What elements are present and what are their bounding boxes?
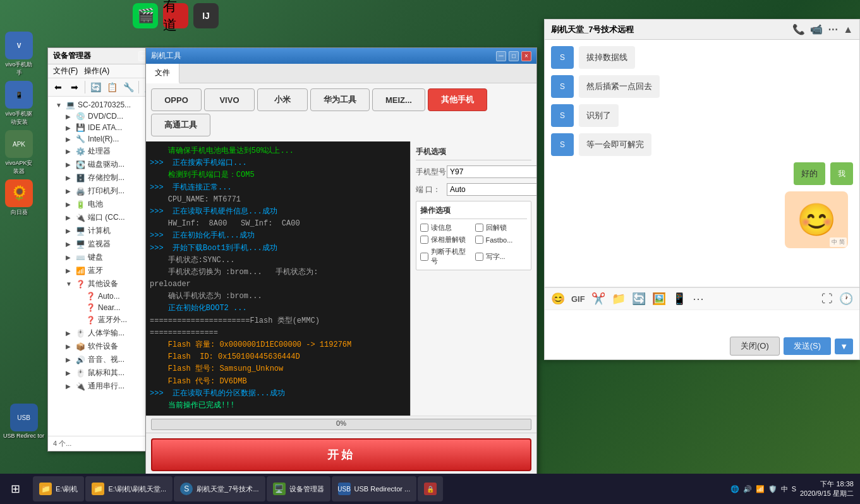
start-button[interactable]: 开始 — [151, 438, 531, 471]
cb-unlock-input[interactable] — [475, 224, 483, 232]
toolbar-btn-fix[interactable]: 🔧 — [121, 80, 136, 95]
taskbar-item-3[interactable]: 🖥️ 设备管理器 — [267, 476, 330, 501]
taskbar-item-2[interactable]: S 刷机天堂_7号技术... — [174, 476, 265, 501]
toolbar-btn-1[interactable]: ⬅ — [51, 80, 66, 95]
scissors-button[interactable]: ✂️ — [591, 292, 605, 306]
toolbar-btn-2[interactable]: ➡ — [67, 80, 82, 95]
toolbar-btn-3[interactable]: 🔄 — [88, 80, 103, 95]
taskbar: ⊞ 📁 E:\刷机 📁 E:\刷机\刷机天堂... S 刷机天堂_7号技术...… — [0, 474, 860, 504]
msg-1-avatar: S — [551, 46, 574, 69]
brand-buttons: OPPO VIVO 小米 华为工具 MEIZ... 其他手机 高通工具 — [146, 83, 536, 141]
taskbar-items: 📁 E:\刷机 📁 E:\刷机\刷机天堂... S 刷机天堂_7号技术... 🖥… — [30, 476, 724, 501]
log-line-4: >>> 手机连接正常... — [150, 182, 406, 194]
taskbar-clock[interactable]: 下午 18:38 2020/9/15 星期二 — [800, 479, 854, 499]
brand-vivo[interactable]: VIVO — [204, 88, 255, 111]
cb-fastboot-input[interactable] — [475, 236, 483, 244]
chat-collapse-icon[interactable]: ▲ — [843, 24, 853, 35]
phone-button[interactable]: 📱 — [672, 292, 686, 306]
vivo-driver-icon[interactable]: 📱 vivo手机驱动安装 — [3, 81, 35, 126]
flash-content: 请确保手机电池电量达到50%以上... >>> 正在搜索手机端口... 检测到手… — [146, 141, 536, 416]
toolbar-btn-refresh[interactable]: 📋 — [104, 80, 119, 95]
chat-video-icon[interactable]: 📹 — [810, 23, 823, 35]
cb-fastboot[interactable]: Fastbo... — [475, 235, 528, 244]
vivo-apk-icon[interactable]: APK vivoAPK安装器 — [3, 130, 35, 176]
menu-file[interactable]: 文件(F) — [53, 66, 78, 76]
cb-unlock[interactable]: 回解锁 — [475, 223, 528, 232]
taskbar-item-0[interactable]: 📁 E:\刷机 — [33, 476, 84, 501]
clock-button[interactable]: 🕐 — [839, 292, 853, 306]
brand-xiaomi[interactable]: 小米 — [257, 88, 308, 111]
brand-huawei[interactable]: 华为工具 — [310, 88, 370, 111]
expand-button[interactable]: ⛶ — [821, 292, 833, 306]
chat-send-button[interactable]: 发送(S) — [784, 337, 831, 355]
chat-title-bar: 刷机天堂_7号技术远程 📞 📹 ⋯ ▲ — [545, 20, 859, 40]
iyoudao-icon[interactable]: 有道 — [163, 3, 188, 28]
chat-window: 刷机天堂_7号技术远程 📞 📹 ⋯ ▲ S 拔掉数据线 S 然后插紧一点回去 S — [544, 19, 860, 360]
port-input[interactable] — [447, 183, 536, 196]
taskbar-item-4[interactable]: USB USB Redirector ... — [332, 476, 417, 501]
emoji-button[interactable]: 😊 — [551, 292, 565, 306]
log-line-3: 检测到手机端口是：COM5 — [150, 169, 406, 181]
brand-qualcomm[interactable]: 高通工具 — [151, 114, 210, 136]
chat-close-button[interactable]: 关闭(O) — [730, 337, 780, 356]
cb-write[interactable]: 写字... — [475, 247, 528, 266]
tab-file[interactable]: 文件 — [146, 64, 179, 83]
right-panel: 手机选项 手机型号： 端 口： 操作选项 读信息 — [410, 141, 536, 416]
brand-oppo[interactable]: OPPO — [151, 88, 202, 111]
cb-read-info-label: 读信息 — [431, 223, 452, 232]
taskbar-item-5[interactable]: 🔒 — [418, 476, 443, 501]
image-button[interactable]: 🖼️ — [652, 292, 666, 306]
vivo-driver-label: vivo手机驱动安装 — [3, 110, 35, 126]
brand-meizu[interactable]: MEIZ... — [372, 88, 425, 111]
sticker-area: 😊 中 简 — [551, 191, 853, 248]
cb-album[interactable]: 保相册解锁 — [420, 235, 473, 244]
start-button-taskbar[interactable]: ⊞ — [0, 474, 30, 504]
chat-call-icon[interactable]: 📞 — [792, 23, 805, 35]
log-line-7: HW_Inf: 8A00 SW_Inf: CA00 — [150, 218, 406, 230]
log-line-18: Flash ID: 0x150100445636444D — [150, 351, 406, 363]
flash-close-button[interactable]: × — [521, 51, 531, 61]
start-button-area: 开始 — [146, 433, 536, 474]
flash-tool-window: 刷机工具 ─ □ × 文件 OPPO VIVO 小米 华为工具 MEIZ... … — [145, 47, 537, 474]
folder-button[interactable]: 📁 — [612, 292, 626, 306]
log-line-13: 确认手机状态为 :brom... — [150, 291, 406, 303]
usb-redirector-icon[interactable]: USB USB Redirec tor — [3, 404, 44, 439]
gif-button[interactable]: GIF — [571, 294, 585, 304]
flash-maximize-button[interactable]: □ — [509, 51, 519, 61]
cb-write-input[interactable] — [475, 253, 483, 261]
menu-action[interactable]: 操作(A) — [84, 66, 109, 76]
cb-album-input[interactable] — [420, 236, 428, 244]
chat-more-icon[interactable]: ⋯ — [828, 23, 838, 35]
refresh-button[interactable]: 🔄 — [632, 292, 646, 306]
flash-minimize-button[interactable]: ─ — [496, 51, 506, 61]
sunflower-icon[interactable]: 🌻 向日葵 — [3, 179, 35, 217]
port-label: 端 口： — [416, 184, 444, 195]
msg-1: S 拔掉数据线 — [551, 46, 853, 69]
port-row: 端 口： — [416, 183, 531, 196]
cb-detect-model-label: 判断手机型号 — [431, 247, 473, 266]
log-line-20: Flash 代号: DV6DMB — [150, 376, 406, 388]
more-actions-button[interactable]: ⋯ — [693, 292, 704, 306]
cb-detect-model[interactable]: 判断手机型号 — [420, 247, 473, 266]
iqiyi-icon[interactable]: 🎬 — [133, 3, 158, 28]
msg-4-bubble: 等一会即可解完 — [579, 133, 651, 156]
ij-icon[interactable]: IJ — [193, 3, 219, 28]
taskbar-date: 2020/9/15 星期二 — [800, 489, 854, 498]
cb-detect-model-input[interactable] — [420, 253, 428, 261]
operation-options: 操作选项 读信息 回解锁 保相册解锁 — [416, 201, 531, 270]
vivo-assistant-icon[interactable]: V vivo手机助手 — [3, 32, 35, 77]
log-line-6: >>> 正在读取手机硬件信息...成功 — [150, 206, 406, 218]
log-area[interactable]: 请确保手机电池电量达到50%以上... >>> 正在搜索手机端口... 检测到手… — [146, 141, 410, 416]
msg-1-bubble: 拔掉数据线 — [579, 46, 635, 69]
model-input[interactable] — [447, 165, 536, 178]
cb-read-info[interactable]: 读信息 — [420, 223, 473, 232]
chat-send-dropdown[interactable]: ▼ — [835, 339, 853, 354]
log-line-15: ======================Flash 类型(eMMC) — [150, 315, 406, 327]
taskbar-item-1[interactable]: 📁 E:\刷机\刷机天堂... — [85, 476, 173, 501]
progress-section: 0% — [146, 416, 536, 433]
vivo-sidebar: V vivo手机助手 📱 vivo手机驱动安装 APK vivoAPK安装器 🌻… — [3, 32, 35, 217]
msg-4-avatar: S — [551, 133, 574, 156]
cb-read-info-input[interactable] — [420, 224, 428, 232]
chat-input[interactable] — [551, 314, 853, 333]
brand-other[interactable]: 其他手机 — [428, 88, 487, 111]
